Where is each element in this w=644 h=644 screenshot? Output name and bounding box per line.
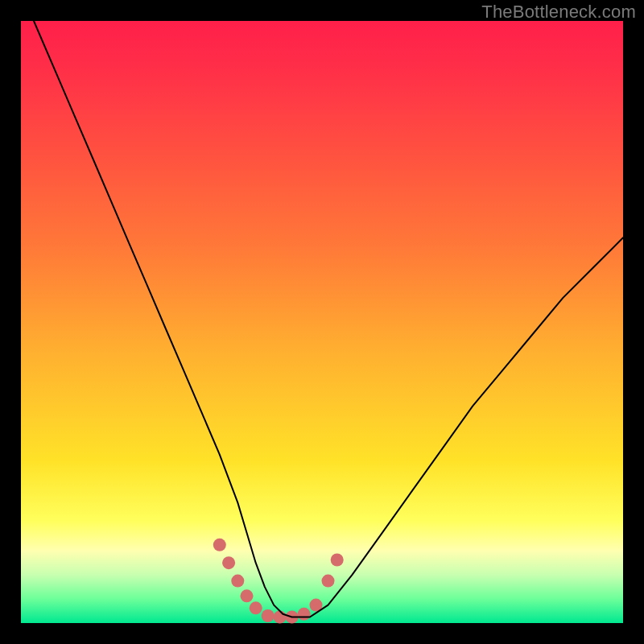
curve-marker: [231, 575, 244, 588]
curve-marker: [322, 575, 335, 588]
curve-marker: [250, 601, 262, 614]
curve-marker: [262, 609, 275, 622]
bottleneck-chart-svg: [21, 21, 623, 623]
curve-marker: [213, 539, 226, 551]
curve-marker: [274, 611, 287, 624]
curve-marker: [331, 554, 344, 567]
markers-group: [213, 539, 344, 624]
bottleneck-curve: [21, 0, 623, 617]
chart-area: [21, 21, 623, 623]
curve-marker: [222, 556, 235, 569]
curve-marker: [298, 608, 311, 621]
curve-marker: [241, 589, 254, 602]
watermark-text: TheBottleneck.com: [481, 2, 636, 23]
